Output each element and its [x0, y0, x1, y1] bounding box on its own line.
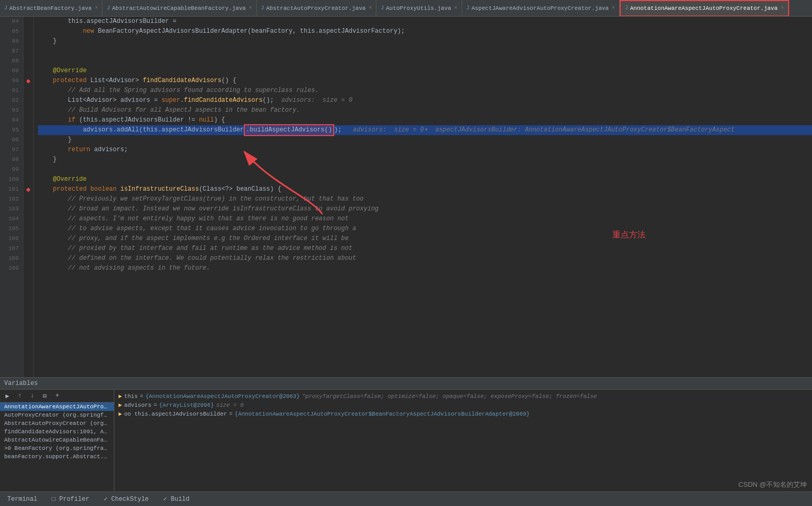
line-numbers: 84 85 86 87 88 89 90 91 92 93 94 95 96 9… [0, 17, 23, 377]
build-tab[interactable]: ✓ Build [160, 494, 192, 504]
line-num-93: 93 [4, 105, 19, 115]
var-eq3: = [229, 411, 233, 417]
tab-label: AutoProxyUtils.java [386, 5, 451, 11]
tab-abstractbeanfactory[interactable]: J AbstractBeanFactory.java × [0, 0, 102, 17]
var-detail-this: *proxyTargetClass=false; optimize=false;… [302, 393, 597, 400]
java-icon: J [381, 5, 384, 11]
gutter-86 [23, 36, 33, 46]
var-value-advisors: {ArrayList@2096} [159, 402, 214, 408]
code-area: this.aspectJAdvisorsBuilder = new BeanFa… [34, 17, 812, 377]
up-btn[interactable]: ↑ [15, 391, 25, 401]
tab-label: AnnotationAwareAspectJAutoProxyCreator.j… [630, 5, 778, 11]
tab-abstractautowire[interactable]: J AbstractAutowireCapableBeanFactory.jav… [102, 0, 256, 17]
code-line-91: // Add all the Spring advisors found acc… [38, 86, 812, 96]
java-icon: J [466, 5, 469, 11]
tab-abstractautoproxy[interactable]: J AbstractAutoProxyCreator.java × [257, 0, 376, 17]
gutter-109 [23, 263, 33, 273]
tab-close[interactable]: × [249, 5, 252, 11]
tab-close[interactable]: × [95, 5, 98, 11]
java-icon: J [107, 5, 110, 11]
line-num-105: 105 [4, 224, 19, 234]
tab-aspectjawareautoproxy[interactable]: J AspectJAwareAdvisorAutoProxyCreator.ja… [462, 0, 620, 17]
profiler-label: □ Profiler [52, 496, 89, 503]
tab-close[interactable]: × [454, 5, 457, 11]
code-line-86: } [38, 36, 812, 46]
code-line-107: // proxied by that interface and fail at… [38, 244, 812, 254]
frame-item-2[interactable]: AbstractAutoProxyCreator (org.springfra.… [0, 419, 114, 428]
line-num-87: 87 [4, 46, 19, 56]
frame-item-4[interactable]: AbstractAutowireCapableBeanFactory (org.… [0, 436, 114, 444]
code-line-94: if (this.aspectJAdvisorsBuilder != null)… [38, 115, 812, 125]
gutter-99 [23, 165, 33, 175]
debug-header: Variables [0, 378, 812, 390]
line-num-97: 97 [4, 145, 19, 155]
line-num-103: 103 [4, 204, 19, 214]
gutter-108 [23, 254, 33, 263]
code-line-101: protected boolean isInfrastructureClass(… [38, 184, 812, 194]
var-item-this: ▶ this = {AnnotationAwareAspectJAutoProx… [116, 392, 810, 401]
expand-builder[interactable]: ▶ [119, 410, 122, 417]
frame-item-1[interactable]: AutoProxyCreator (org.springframework... [0, 411, 114, 419]
code-line-93: // Build Advisors for all AspectJ aspect… [38, 105, 812, 115]
code-line-99 [38, 165, 812, 175]
debug-variables-panel: ▶ this = {AnnotationAwareAspectJAutoProx… [114, 390, 812, 491]
checkstyle-tab[interactable]: ✓ CheckStyle [101, 494, 152, 504]
expand-advisors[interactable]: ▶ [119, 402, 122, 408]
frame-item-0[interactable]: AnnotationAwareAspectJAutoProxyCreator (… [0, 403, 114, 411]
gutter-98 [23, 155, 33, 165]
gutter-84 [23, 17, 33, 26]
frame-item-5[interactable]: >0 BeanFactory (org.springframework.bean… [0, 444, 114, 452]
add-btn[interactable]: + [52, 391, 62, 401]
var-eq: = [140, 393, 143, 400]
tab-label: AbstractAutoProxyCreator.java [266, 5, 365, 11]
java-icon: J [625, 5, 628, 11]
gutter-105 [23, 224, 33, 234]
down-btn[interactable]: ↓ [27, 391, 37, 401]
debug-panel: Variables ▶ ↑ ↓ ⊟ + AnnotationAwareAspec… [0, 377, 812, 491]
var-name-advisors: advisors [124, 402, 152, 408]
terminal-label: Terminal [7, 496, 37, 503]
gutter-91 [23, 86, 33, 96]
gutter-85 [23, 26, 33, 36]
code-line-103: // broad an impact. Instead we now overr… [38, 204, 812, 214]
build-label: ✓ Build [163, 496, 189, 503]
frame-item-6[interactable]: beanFactory.support.Abstract... [0, 452, 114, 461]
tab-autoproxyutils[interactable]: J AutoProxyUtils.java × [376, 0, 462, 17]
terminal-tab[interactable]: Terminal [4, 495, 41, 504]
tab-close[interactable]: × [781, 5, 784, 11]
line-num-99: 99 [4, 165, 19, 175]
gutter-100 [23, 175, 33, 184]
tab-label: AbstractAutowireCapableBeanFactory.java [112, 5, 245, 11]
line-num-102: 102 [4, 194, 19, 204]
gutter-89 [23, 66, 33, 76]
line-num-94: 94 [4, 115, 19, 125]
java-icon: J [261, 5, 264, 11]
code-line-85: new BeanFactoryAspectJAdvisorsBuilderAda… [38, 26, 812, 36]
line-num-108: 108 [4, 254, 19, 263]
line-num-84: 84 [4, 17, 19, 26]
gutter-106 [23, 234, 33, 244]
tab-annotationaware[interactable]: J AnnotationAwareAspectJAutoProxyCreator… [620, 0, 789, 17]
code-line-97: return advisors; [38, 145, 812, 155]
code-line-106: // proxy, and if the aspect implements e… [38, 234, 812, 244]
tab-label: AspectJAwareAdvisorAutoProxyCreator.java [472, 5, 609, 11]
var-name-builder: oo this.aspectJAdvisorsBuilder [124, 411, 227, 417]
expand-this[interactable]: ▶ [119, 393, 122, 400]
code-line-102: // Previously we setProxyTargetClass(tru… [38, 194, 812, 204]
code-line-88 [38, 56, 812, 66]
profiler-tab[interactable]: □ Profiler [49, 495, 93, 504]
code-line-100: @Override [38, 175, 812, 184]
code-line-108: // defined on the interface. We could po… [38, 254, 812, 263]
gutter-90: ◆ [23, 76, 33, 86]
gutter-97 [23, 145, 33, 155]
debug-frames-list: AnnotationAwareAspectJAutoProxyCreator (… [0, 403, 114, 461]
tab-bar: J AbstractBeanFactory.java × J AbstractA… [0, 0, 812, 17]
tab-close[interactable]: × [369, 5, 372, 11]
frame-item-3[interactable]: findCandidateAdvisors:1091, AbstractAuto… [0, 428, 114, 436]
expand-btn[interactable]: ▶ [2, 391, 12, 401]
code-line-90: protected List<Advisor> findCandidateAdv… [38, 76, 812, 86]
tab-close[interactable]: × [612, 5, 615, 11]
filter-btn[interactable]: ⊟ [40, 391, 50, 401]
line-num-106: 106 [4, 234, 19, 244]
gutter-94 [23, 115, 33, 125]
